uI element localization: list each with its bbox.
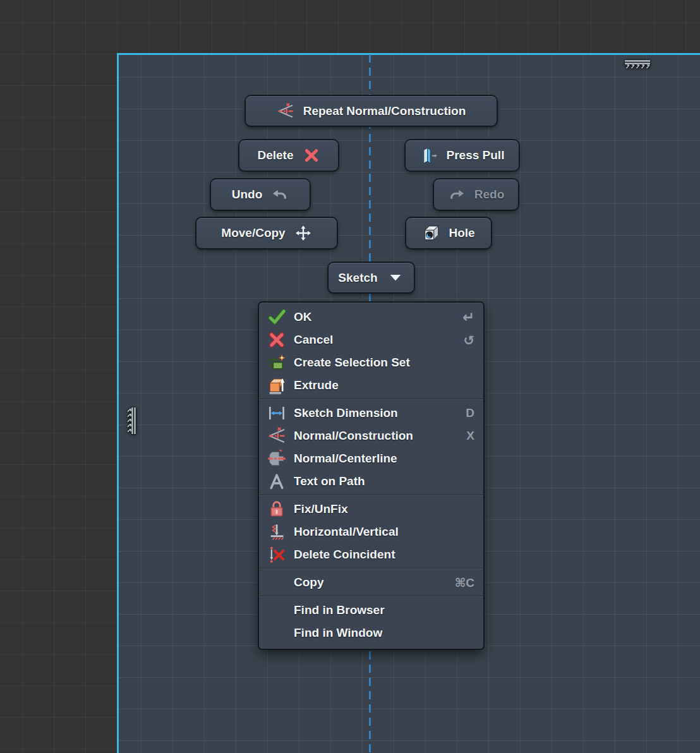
menu-item-label: Delete Coincident xyxy=(294,548,474,562)
menu-item-create-selection-set[interactable]: Create Selection Set xyxy=(259,351,483,374)
context-menu: OK ↵ Cancel ↺ C xyxy=(258,302,484,649)
repeat-command-button[interactable]: Repeat Normal/Construction xyxy=(245,95,497,126)
sketch-dropdown-button[interactable]: Sketch xyxy=(328,262,414,293)
blank-icon-space xyxy=(267,623,286,642)
menu-item-label: Create Selection Set xyxy=(294,356,474,370)
red-x-icon xyxy=(303,147,320,164)
menu-item-label: Cancel xyxy=(294,333,456,347)
menu-separator xyxy=(259,596,483,597)
menu-separator xyxy=(259,568,483,569)
menu-item-label: Extrude xyxy=(294,378,474,392)
redo-arrow-icon xyxy=(448,186,466,203)
menu-separator xyxy=(259,399,483,400)
button-label: Move/Copy xyxy=(221,226,285,240)
lock-icon xyxy=(267,500,286,519)
menu-item-label: Find in Window xyxy=(294,626,474,640)
chevron-down-icon xyxy=(387,269,404,287)
menu-item-label: Fix/UnFix xyxy=(294,502,474,516)
menu-item-fix-unfix[interactable]: Fix/UnFix xyxy=(259,498,483,521)
menu-item-shortcut: X xyxy=(466,429,474,443)
button-label: Undo xyxy=(232,188,263,202)
menu-item-shortcut: ↺ xyxy=(463,334,474,347)
redo-button[interactable]: Redo xyxy=(433,179,519,210)
undo-arrow-icon xyxy=(271,186,289,203)
check-icon xyxy=(267,308,286,327)
menu-item-label: Sketch Dimension xyxy=(294,406,458,420)
move-copy-button[interactable]: Move/Copy xyxy=(196,217,337,249)
extrude-icon xyxy=(267,376,286,395)
button-label: Sketch xyxy=(338,271,377,285)
menu-item-extrude[interactable]: Extrude xyxy=(259,374,483,397)
menu-item-label: Horizontal/Vertical xyxy=(294,525,474,539)
menu-item-shortcut: ⌘C xyxy=(455,575,474,590)
button-label: Press Pull xyxy=(447,148,505,162)
cad-viewport[interactable]: Repeat Normal/Construction Delete Press … xyxy=(0,0,700,753)
menu-separator xyxy=(259,495,483,496)
menu-item-shortcut: D xyxy=(466,406,474,420)
menu-item-horizontal-vertical[interactable]: Horizontal/Vertical xyxy=(259,521,483,543)
menu-item-label: OK xyxy=(294,310,455,324)
hole-button[interactable]: Hole xyxy=(406,217,492,249)
button-label: Delete xyxy=(257,148,293,162)
menu-item-text-on-path[interactable]: Text on Path xyxy=(259,470,483,493)
undo-button[interactable]: Undo xyxy=(210,179,310,210)
menu-item-label: Find in Browser xyxy=(294,603,474,617)
menu-item-delete-coincident[interactable]: Delete Coincident xyxy=(259,543,483,566)
construction-line-icon xyxy=(277,102,294,120)
menu-item-ok[interactable]: OK ↵ xyxy=(259,306,483,328)
selection-set-icon xyxy=(267,353,286,372)
delete-button[interactable]: Delete xyxy=(239,140,339,171)
menu-item-copy[interactable]: Copy ⌘C xyxy=(259,571,483,594)
menu-item-label: Normal/Centerline xyxy=(294,452,474,466)
delete-coincident-icon xyxy=(267,545,286,564)
hole-icon xyxy=(422,224,440,242)
sketch-dimension-icon xyxy=(267,404,286,423)
horizontal-vertical-icon xyxy=(267,522,286,541)
menu-item-find-in-browser[interactable]: Find in Browser xyxy=(259,599,483,622)
press-pull-button[interactable]: Press Pull xyxy=(405,140,519,171)
centerline-icon xyxy=(267,449,286,468)
menu-item-shortcut: ↵ xyxy=(462,310,474,325)
ground-constraint-icon xyxy=(624,59,651,70)
button-label: Redo xyxy=(474,188,505,202)
menu-item-label: Normal/Construction xyxy=(294,429,459,443)
menu-item-sketch-dimension[interactable]: Sketch Dimension D xyxy=(259,402,483,425)
menu-item-normal-construction[interactable]: Normal/Construction X xyxy=(259,425,483,447)
menu-item-label: Text on Path xyxy=(294,474,474,488)
button-label: Hole xyxy=(449,226,474,240)
button-label: Repeat Normal/Construction xyxy=(303,104,466,118)
blank-icon-space xyxy=(267,573,286,592)
blank-icon-space xyxy=(267,601,286,620)
menu-item-cancel[interactable]: Cancel ↺ xyxy=(259,328,483,351)
menu-item-find-in-window[interactable]: Find in Window xyxy=(259,622,483,644)
press-pull-icon xyxy=(420,147,438,164)
ground-constraint-icon xyxy=(124,406,137,435)
cancel-x-icon xyxy=(267,330,286,349)
text-icon xyxy=(267,472,286,491)
construction-line-icon xyxy=(267,426,286,445)
move-icon xyxy=(294,224,312,242)
menu-item-normal-centerline[interactable]: Normal/Centerline xyxy=(259,447,483,470)
menu-item-label: Copy xyxy=(294,575,447,589)
